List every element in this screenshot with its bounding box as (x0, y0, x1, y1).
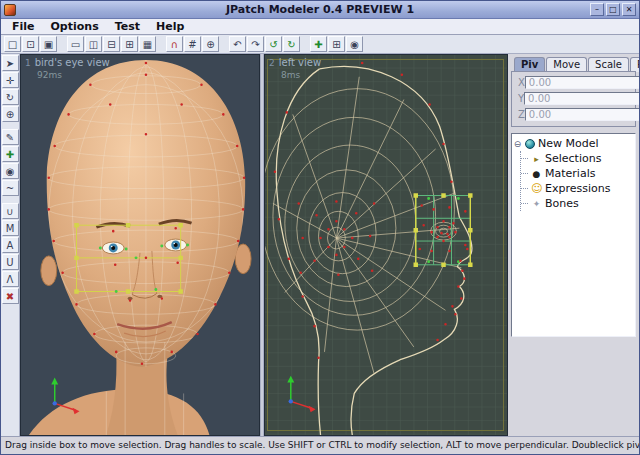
viewport-label[interactable]: left view (279, 58, 321, 68)
titlebar[interactable]: JPatch Modeler 0.4 PREVIEW 1 – □ ✕ (1, 1, 639, 19)
weld-tool[interactable]: ∪ (2, 203, 19, 219)
select-tool[interactable]: ➤ (2, 55, 19, 71)
maximize-button[interactable]: □ (606, 3, 620, 16)
z-field[interactable] (525, 108, 640, 121)
tree-item-expressions[interactable]: ☺ Expressions (521, 181, 634, 196)
view-single-button[interactable]: ▭ (67, 36, 84, 52)
left-view-canvas[interactable] (265, 55, 507, 435)
open-button[interactable]: ⊡ (22, 36, 39, 52)
menubar: File Options Test Help (1, 19, 639, 35)
menu-test[interactable]: Test (107, 20, 148, 33)
save-button[interactable]: ▣ (40, 36, 57, 52)
viewport-number: 2 (269, 58, 275, 68)
new-button[interactable]: □ (4, 36, 21, 52)
selections-icon: ▸ (531, 154, 542, 164)
birds-eye-canvas[interactable] (21, 55, 259, 435)
expressions-icon: ☺ (531, 182, 542, 195)
align-tool[interactable]: A (2, 237, 19, 253)
view-quad-button[interactable]: ⊞ (121, 36, 138, 52)
tree-root-label: New Model (538, 137, 599, 150)
x-field[interactable] (525, 76, 640, 89)
lathe-tool[interactable]: Λ (2, 271, 19, 287)
tool-column: ➤ ✛ ↻ ⊕ ✎ ✚ ◉ ~ ∪ M A U Λ ✖ (1, 54, 20, 436)
window-title: JPatch Modeler 0.4 PREVIEW 1 (1, 3, 639, 16)
uv-tool-icon: U (6, 257, 13, 268)
insert-point-tool[interactable]: ◉ (2, 163, 19, 179)
menu-file[interactable]: File (4, 20, 43, 33)
mirror-tool-icon: M (6, 223, 15, 234)
view-split-vertical-button[interactable]: ⊟ (103, 36, 120, 52)
align-tool-icon: A (7, 240, 14, 251)
status-bar: Drag inside box to move selection. Drag … (1, 436, 639, 454)
tree-item-bones[interactable]: ✦ Bones (521, 196, 634, 211)
uv-tool[interactable]: U (2, 254, 19, 270)
rotate-right-icon: ↻ (287, 39, 295, 50)
tree-root-row[interactable]: ⊖ New Model (513, 136, 634, 151)
view-single-icon: ▭ (71, 39, 80, 50)
tab-rot[interactable]: Rot (630, 57, 640, 72)
new-icon: □ (8, 39, 17, 50)
close-button[interactable]: ✕ (622, 3, 636, 16)
zoom-tool-button[interactable]: ⊕ (202, 36, 219, 52)
menu-options[interactable]: Options (43, 20, 107, 33)
curve-tool[interactable]: ~ (2, 180, 19, 196)
view-grid-button[interactable]: ▦ (139, 36, 156, 52)
add-point-tool-icon: ✚ (6, 149, 14, 160)
view-split-horizontal-button[interactable]: ◫ (85, 36, 102, 52)
app-icon (4, 4, 16, 16)
add-point-tool[interactable]: ✚ (2, 146, 19, 162)
z-label: Z (518, 109, 525, 120)
select-tool-icon: ➤ (6, 58, 14, 69)
show-points-button[interactable]: ◉ (346, 36, 363, 52)
tree-item-materials[interactable]: ● Materials (521, 166, 634, 181)
mirror-tool[interactable]: M (2, 220, 19, 236)
tree-item-selections[interactable]: ▸ Selections (521, 151, 634, 166)
menu-help[interactable]: Help (148, 20, 192, 33)
tree-children: ▸ Selections ● Materials ☺ Expressions (520, 151, 634, 211)
main-content: ➤ ✛ ↻ ⊕ ✎ ✚ ◉ ~ ∪ M A U Λ ✖ (1, 54, 639, 436)
x-label: X (518, 77, 525, 88)
left-ear (41, 256, 57, 286)
rotate-tool-icon: ↻ (6, 92, 14, 103)
insert-point-tool-icon: ◉ (6, 166, 15, 177)
rotate-view-right-button[interactable]: ↻ (283, 36, 300, 52)
delete-tool[interactable]: ✖ (2, 288, 19, 304)
pen-tool-icon: ✎ (6, 132, 14, 143)
magnet-tool-button[interactable]: ∩ (166, 36, 183, 52)
expander-icon[interactable]: ⊖ (513, 139, 522, 149)
minimize-button[interactable]: – (590, 3, 604, 16)
delete-tool-icon: ✖ (6, 291, 14, 302)
pen-tool[interactable]: ✎ (2, 129, 19, 145)
rotate-tool[interactable]: ↻ (2, 89, 19, 105)
tab-move[interactable]: Move (546, 57, 587, 72)
viewport-birds-eye[interactable]: 1 bird's eye view 92ms (20, 54, 260, 436)
viewport-left-view[interactable]: 2 left view 8ms (264, 54, 508, 436)
zoom-view-tool[interactable]: ⊕ (2, 106, 19, 122)
snap-icon: # (188, 39, 196, 50)
undo-button[interactable]: ↶ (229, 36, 246, 52)
grid-toggle-button[interactable]: ⊞ (328, 36, 345, 52)
add-point-button[interactable]: ✚ (310, 36, 327, 52)
main-toolbar: □ ⊡ ▣ ▭ ◫ ⊟ ⊞ ▦ ∩ # ⊕ ↶ ↷ ↺ ↻ ✚ ⊞ ◉ (1, 35, 639, 54)
rotate-view-left-button[interactable]: ↺ (265, 36, 282, 52)
transform-tabs: Piv Move Scale Rot (514, 57, 636, 72)
rotate-left-icon: ↺ (269, 39, 277, 50)
app-window: JPatch Modeler 0.4 PREVIEW 1 – □ ✕ File … (0, 0, 640, 455)
points-icon: ◉ (350, 39, 359, 50)
curve-tool-icon: ~ (6, 183, 14, 194)
tab-piv[interactable]: Piv (514, 57, 545, 72)
coordinate-fields: X Y Z (511, 71, 636, 127)
redo-button[interactable]: ↷ (247, 36, 264, 52)
model-icon (525, 139, 535, 149)
save-icon: ▣ (44, 39, 53, 50)
move-tool[interactable]: ✛ (2, 72, 19, 88)
y-field[interactable] (524, 92, 640, 105)
viewport-label[interactable]: bird's eye view (35, 58, 110, 68)
view-split-horizontal-icon: ◫ (89, 39, 98, 50)
status-text: Drag inside box to move selection. Drag … (5, 440, 639, 450)
redo-icon: ↷ (251, 39, 259, 50)
magnet-icon: ∩ (171, 39, 178, 50)
snap-tool-button[interactable]: # (184, 36, 201, 52)
right-panel: Piv Move Scale Rot X Y Z (508, 54, 639, 436)
tab-scale[interactable]: Scale (588, 57, 629, 72)
